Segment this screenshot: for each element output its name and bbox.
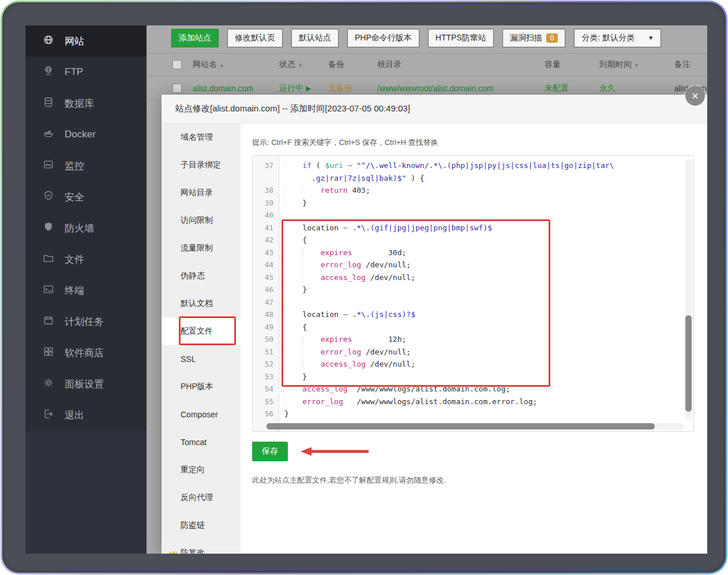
toolbar-button-3[interactable]: PHP命令行版本 [347,29,419,47]
gear-icon [43,377,54,391]
sidebar-item-4[interactable]: 监控 [25,150,147,181]
modal-tab-6[interactable]: 默认文档 [162,290,241,318]
code-area[interactable]: if ( $uri ~ "^/\.well-known/.*\.(php|jsp… [279,156,693,431]
toolbar-button-2[interactable]: 默认站点 [291,29,339,47]
sidebar-item-label: Docker [65,129,96,140]
sidebar-item-9[interactable]: 计划任务 [25,306,147,337]
vertical-scroll-thumb[interactable] [685,315,692,412]
modal-tab-label: 反向代理 [181,492,213,503]
line-number: 37 [253,159,279,172]
config-file-panel: 提示: Ctrl+F 搜索关键字，Ctrl+S 保存，Ctrl+H 查找替换 3… [241,124,707,554]
line-number: 39 [253,197,279,210]
sidebar-item-label: 计划任务 [65,315,104,328]
code-line: } [284,371,693,383]
sidebar-item-10[interactable]: 软件商店 [25,337,147,368]
line-number: 41 [253,222,279,234]
code-line: access_log /dev/null; [284,358,693,371]
expire-link[interactable]: 永久 [599,83,674,94]
sidebar-item-label: 监控 [65,159,84,173]
modal-tab-label: 防盗链 [181,520,205,531]
sidebar-item-5[interactable]: 安全 [25,181,147,212]
sidebar-item-6[interactable]: 防火墙 [25,212,147,244]
database-icon [43,96,54,111]
column-header[interactable]: 容量 [545,59,599,70]
root-dir-link[interactable]: /www/wwwroot/alist.domain.com [377,84,545,93]
sidebar-item-11[interactable]: 面板设置 [25,368,147,399]
site-status[interactable]: 运行中 ▶ [279,83,328,94]
modal-tab-10[interactable]: Composer [162,401,241,428]
code-line: { [284,234,693,247]
crown-icon [168,550,178,554]
column-header[interactable]: 到期时间▼ [599,59,674,70]
sidebar-item-label: 防火墙 [65,222,94,235]
toolbar-button-5[interactable]: 漏洞扫描0 [502,29,566,47]
sidebar-item-7[interactable]: 文件 [25,244,147,275]
modal-tab-label: 配置文件 [181,326,213,337]
quota-link[interactable]: 未配置 [545,83,599,94]
sidebar-item-ftp[interactable]: FTP [25,57,147,88]
modal-tab-11[interactable]: Tomcat [162,428,241,456]
toolbar-button-label: PHP命令行版本 [355,33,412,43]
code-line: error_log /dev/null; [284,346,693,359]
config-code-editor[interactable]: 3738394041424344454647484950515253545556… [252,155,694,432]
line-number: 56 [253,408,279,420]
modal-tab-9[interactable]: PHP版本 [162,373,241,401]
modal-tab-14[interactable]: 防盗链 [162,511,241,539]
sidebar-item-3[interactable]: Docker [25,119,147,150]
column-header[interactable]: 备份 [328,59,377,70]
sidebar-item-12[interactable]: 退出 [25,399,147,431]
close-icon[interactable]: ✕ [685,86,705,106]
column-header[interactable]: 状态▼ [279,59,328,70]
code-line: } [284,408,693,420]
modal-tab-1[interactable]: 子目录绑定 [162,151,241,179]
select-all-checkbox[interactable] [172,60,182,69]
toolbar-button-label: 修改默认页 [235,33,275,43]
editor-hint: 提示: Ctrl+F 搜索关键字，Ctrl+S 保存，Ctrl+H 查找替换 [252,137,694,148]
scan-count-badge: 0 [546,33,558,43]
logout-icon [43,408,54,423]
folder-icon [43,252,54,267]
modal-tab-8[interactable]: SSL [162,345,241,373]
sidebar-item-8[interactable]: 终端 [25,275,147,306]
code-line: expires 30d; [284,247,693,259]
editor-vertical-scrollbar[interactable] [685,159,692,420]
site-name-link[interactable]: alist.domain.com [193,84,279,93]
modal-tab-5[interactable]: 伪静态 [162,262,241,290]
modal-tab-3[interactable]: 访问限制 [162,207,241,234]
modal-tab-12[interactable]: 重定向 [162,456,241,484]
backup-status-link[interactable]: 无备份 [328,83,377,94]
sidebar-item-2[interactable]: 数据库 [25,88,147,119]
editor-horizontal-scrollbar[interactable] [267,423,684,430]
modal-tab-4[interactable]: 流量限制 [162,234,241,262]
line-number: 46 [253,283,279,296]
sort-desc-icon: ▼ [298,62,303,68]
line-number: 54 [253,383,279,395]
toolbar-button-4[interactable]: HTTPS防窜站 [428,29,494,47]
toolbar-button-6[interactable]: 分类: 默认分类▼ [574,29,661,47]
modal-tab-label: 访问限制 [181,215,213,226]
column-header[interactable]: 备注 [674,59,707,70]
toolbar-button-0[interactable]: 添加站点 [171,29,219,47]
modal-tab-2[interactable]: 网站目录 [162,179,241,207]
code-line: } [284,283,693,296]
toolbar-button-label: 漏洞扫描 [510,33,542,43]
toolbar-button-label: 默认站点 [299,33,331,43]
horizontal-scroll-thumb[interactable] [267,423,655,430]
row-checkbox[interactable] [172,84,182,93]
sidebar-item-0[interactable]: 网站 [25,25,147,57]
modal-tab-label: PHP版本 [181,382,213,392]
code-line: if ( $uri ~ "^/\.well-known/.*\.(php|jsp… [284,159,693,172]
toolbar-button-1[interactable]: 修改默认页 [227,29,283,47]
column-header[interactable]: 根目录 [377,59,545,70]
column-header[interactable]: 网站名▲ [193,59,279,70]
modal-tab-15[interactable]: 防篡改 [162,539,241,554]
modal-tab-0[interactable]: 域名管理 [162,124,241,151]
modal-title: 站点修改[alist.domain.com] -- 添加时间[2023-07-0… [162,95,707,124]
code-line [284,209,693,222]
save-button[interactable]: 保存 [252,442,288,461]
line-number: 42 [253,234,279,247]
modal-tab-7[interactable]: 配置文件 [162,318,241,345]
sidebar-item-label: 数据库 [65,97,94,110]
app-store-icon [43,346,54,360]
modal-tab-13[interactable]: 反向代理 [162,484,241,511]
